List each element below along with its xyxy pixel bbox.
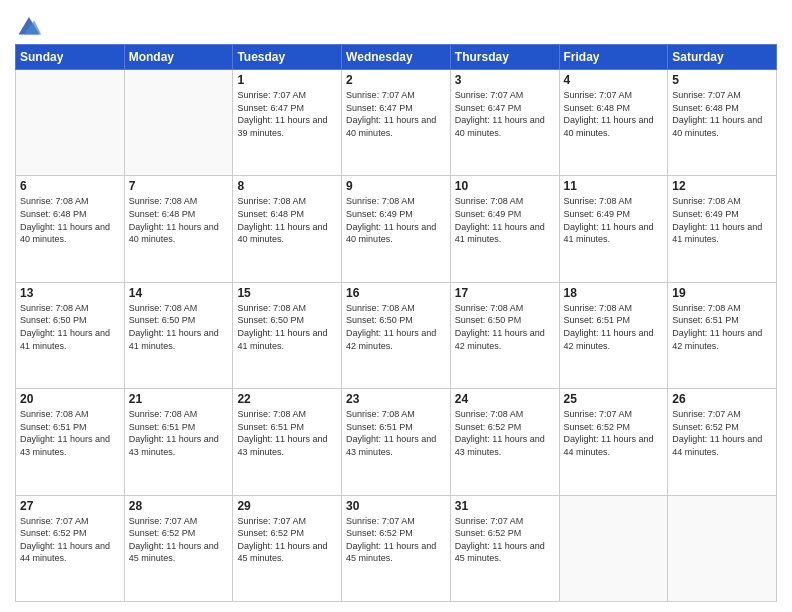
day-info: Sunrise: 7:08 AMSunset: 6:51 PMDaylight:…	[237, 408, 337, 458]
calendar-cell: 21Sunrise: 7:08 AMSunset: 6:51 PMDayligh…	[124, 389, 233, 495]
day-info: Sunrise: 7:07 AMSunset: 6:52 PMDaylight:…	[455, 515, 555, 565]
day-number: 6	[20, 179, 120, 193]
day-info: Sunrise: 7:08 AMSunset: 6:50 PMDaylight:…	[237, 302, 337, 352]
day-number: 14	[129, 286, 229, 300]
day-info: Sunrise: 7:07 AMSunset: 6:52 PMDaylight:…	[129, 515, 229, 565]
calendar-cell: 1Sunrise: 7:07 AMSunset: 6:47 PMDaylight…	[233, 70, 342, 176]
weekday-header-monday: Monday	[124, 45, 233, 70]
day-info: Sunrise: 7:08 AMSunset: 6:49 PMDaylight:…	[672, 195, 772, 245]
day-number: 22	[237, 392, 337, 406]
day-info: Sunrise: 7:07 AMSunset: 6:48 PMDaylight:…	[564, 89, 664, 139]
day-info: Sunrise: 7:08 AMSunset: 6:49 PMDaylight:…	[346, 195, 446, 245]
calendar-cell	[124, 70, 233, 176]
weekday-header-saturday: Saturday	[668, 45, 777, 70]
day-number: 8	[237, 179, 337, 193]
day-number: 28	[129, 499, 229, 513]
calendar-cell: 3Sunrise: 7:07 AMSunset: 6:47 PMDaylight…	[450, 70, 559, 176]
calendar-cell: 24Sunrise: 7:08 AMSunset: 6:52 PMDayligh…	[450, 389, 559, 495]
day-number: 7	[129, 179, 229, 193]
calendar-cell: 28Sunrise: 7:07 AMSunset: 6:52 PMDayligh…	[124, 495, 233, 601]
calendar-cell: 8Sunrise: 7:08 AMSunset: 6:48 PMDaylight…	[233, 176, 342, 282]
calendar-cell: 26Sunrise: 7:07 AMSunset: 6:52 PMDayligh…	[668, 389, 777, 495]
day-number: 29	[237, 499, 337, 513]
day-info: Sunrise: 7:08 AMSunset: 6:50 PMDaylight:…	[346, 302, 446, 352]
week-row-1: 6Sunrise: 7:08 AMSunset: 6:48 PMDaylight…	[16, 176, 777, 282]
day-number: 19	[672, 286, 772, 300]
day-number: 3	[455, 73, 555, 87]
day-number: 2	[346, 73, 446, 87]
page: SundayMondayTuesdayWednesdayThursdayFrid…	[0, 0, 792, 612]
week-row-3: 20Sunrise: 7:08 AMSunset: 6:51 PMDayligh…	[16, 389, 777, 495]
weekday-header-wednesday: Wednesday	[342, 45, 451, 70]
calendar-cell: 6Sunrise: 7:08 AMSunset: 6:48 PMDaylight…	[16, 176, 125, 282]
logo	[15, 10, 47, 38]
calendar-cell: 30Sunrise: 7:07 AMSunset: 6:52 PMDayligh…	[342, 495, 451, 601]
calendar-cell: 17Sunrise: 7:08 AMSunset: 6:50 PMDayligh…	[450, 282, 559, 388]
calendar-cell: 2Sunrise: 7:07 AMSunset: 6:47 PMDaylight…	[342, 70, 451, 176]
day-info: Sunrise: 7:08 AMSunset: 6:48 PMDaylight:…	[20, 195, 120, 245]
weekday-header-friday: Friday	[559, 45, 668, 70]
day-number: 11	[564, 179, 664, 193]
day-info: Sunrise: 7:07 AMSunset: 6:52 PMDaylight:…	[672, 408, 772, 458]
calendar-cell: 19Sunrise: 7:08 AMSunset: 6:51 PMDayligh…	[668, 282, 777, 388]
day-info: Sunrise: 7:08 AMSunset: 6:50 PMDaylight:…	[20, 302, 120, 352]
calendar-table: SundayMondayTuesdayWednesdayThursdayFrid…	[15, 44, 777, 602]
day-number: 4	[564, 73, 664, 87]
calendar-cell: 15Sunrise: 7:08 AMSunset: 6:50 PMDayligh…	[233, 282, 342, 388]
day-number: 12	[672, 179, 772, 193]
day-number: 17	[455, 286, 555, 300]
calendar-cell	[16, 70, 125, 176]
day-number: 27	[20, 499, 120, 513]
day-info: Sunrise: 7:08 AMSunset: 6:49 PMDaylight:…	[564, 195, 664, 245]
calendar-cell: 7Sunrise: 7:08 AMSunset: 6:48 PMDaylight…	[124, 176, 233, 282]
header	[15, 10, 777, 38]
day-info: Sunrise: 7:07 AMSunset: 6:52 PMDaylight:…	[20, 515, 120, 565]
weekday-header-thursday: Thursday	[450, 45, 559, 70]
day-info: Sunrise: 7:08 AMSunset: 6:50 PMDaylight:…	[455, 302, 555, 352]
day-info: Sunrise: 7:07 AMSunset: 6:47 PMDaylight:…	[237, 89, 337, 139]
week-row-0: 1Sunrise: 7:07 AMSunset: 6:47 PMDaylight…	[16, 70, 777, 176]
day-info: Sunrise: 7:08 AMSunset: 6:49 PMDaylight:…	[455, 195, 555, 245]
calendar-cell: 11Sunrise: 7:08 AMSunset: 6:49 PMDayligh…	[559, 176, 668, 282]
day-number: 5	[672, 73, 772, 87]
day-number: 15	[237, 286, 337, 300]
day-number: 21	[129, 392, 229, 406]
calendar-cell: 12Sunrise: 7:08 AMSunset: 6:49 PMDayligh…	[668, 176, 777, 282]
day-info: Sunrise: 7:07 AMSunset: 6:52 PMDaylight:…	[237, 515, 337, 565]
day-number: 26	[672, 392, 772, 406]
calendar-cell: 10Sunrise: 7:08 AMSunset: 6:49 PMDayligh…	[450, 176, 559, 282]
day-info: Sunrise: 7:08 AMSunset: 6:51 PMDaylight:…	[564, 302, 664, 352]
day-number: 9	[346, 179, 446, 193]
day-number: 20	[20, 392, 120, 406]
calendar-cell: 9Sunrise: 7:08 AMSunset: 6:49 PMDaylight…	[342, 176, 451, 282]
day-number: 10	[455, 179, 555, 193]
day-info: Sunrise: 7:07 AMSunset: 6:52 PMDaylight:…	[346, 515, 446, 565]
day-number: 18	[564, 286, 664, 300]
day-info: Sunrise: 7:08 AMSunset: 6:51 PMDaylight:…	[129, 408, 229, 458]
day-info: Sunrise: 7:08 AMSunset: 6:51 PMDaylight:…	[672, 302, 772, 352]
calendar-cell: 5Sunrise: 7:07 AMSunset: 6:48 PMDaylight…	[668, 70, 777, 176]
calendar-cell: 23Sunrise: 7:08 AMSunset: 6:51 PMDayligh…	[342, 389, 451, 495]
day-number: 13	[20, 286, 120, 300]
day-info: Sunrise: 7:08 AMSunset: 6:51 PMDaylight:…	[346, 408, 446, 458]
calendar-cell: 27Sunrise: 7:07 AMSunset: 6:52 PMDayligh…	[16, 495, 125, 601]
calendar-cell: 18Sunrise: 7:08 AMSunset: 6:51 PMDayligh…	[559, 282, 668, 388]
weekday-header-tuesday: Tuesday	[233, 45, 342, 70]
calendar-cell: 29Sunrise: 7:07 AMSunset: 6:52 PMDayligh…	[233, 495, 342, 601]
calendar-cell: 14Sunrise: 7:08 AMSunset: 6:50 PMDayligh…	[124, 282, 233, 388]
day-info: Sunrise: 7:07 AMSunset: 6:48 PMDaylight:…	[672, 89, 772, 139]
day-number: 25	[564, 392, 664, 406]
day-number: 24	[455, 392, 555, 406]
calendar-cell: 16Sunrise: 7:08 AMSunset: 6:50 PMDayligh…	[342, 282, 451, 388]
day-number: 23	[346, 392, 446, 406]
week-row-2: 13Sunrise: 7:08 AMSunset: 6:50 PMDayligh…	[16, 282, 777, 388]
calendar-cell	[668, 495, 777, 601]
calendar-cell: 20Sunrise: 7:08 AMSunset: 6:51 PMDayligh…	[16, 389, 125, 495]
week-row-4: 27Sunrise: 7:07 AMSunset: 6:52 PMDayligh…	[16, 495, 777, 601]
calendar-cell: 13Sunrise: 7:08 AMSunset: 6:50 PMDayligh…	[16, 282, 125, 388]
calendar-cell: 25Sunrise: 7:07 AMSunset: 6:52 PMDayligh…	[559, 389, 668, 495]
calendar-cell	[559, 495, 668, 601]
day-info: Sunrise: 7:08 AMSunset: 6:52 PMDaylight:…	[455, 408, 555, 458]
weekday-header-row: SundayMondayTuesdayWednesdayThursdayFrid…	[16, 45, 777, 70]
day-number: 1	[237, 73, 337, 87]
